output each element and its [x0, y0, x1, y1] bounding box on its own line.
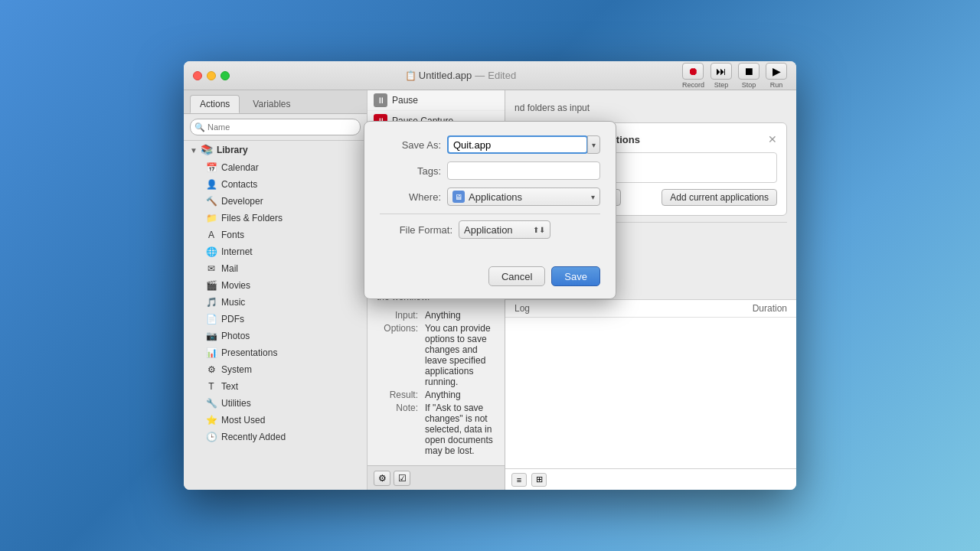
save-dialog: Save As: ▾ Tags: Where: 🖥 Applications ▾ [364, 121, 616, 299]
dialog-buttons: Cancel Save [364, 260, 616, 298]
dialog-content: Save As: ▾ Tags: Where: 🖥 Applications ▾ [364, 122, 616, 260]
step-icon: ⏭ [710, 63, 732, 80]
tags-row: Tags: [380, 161, 600, 180]
run-icon: ▶ [766, 63, 787, 80]
run-button[interactable]: ▶ Run [766, 63, 787, 89]
stop-button[interactable]: ⏹ Stop [738, 63, 760, 89]
tags-input[interactable] [447, 161, 600, 180]
record-button[interactable]: ⏺ Record [682, 63, 704, 89]
dialog-overlay: Save As: ▾ Tags: Where: 🖥 Applications ▾ [184, 90, 796, 490]
run-label: Run [770, 81, 783, 89]
where-chevron-icon: ▾ [591, 193, 595, 201]
save-as-label: Save As: [380, 139, 441, 151]
app-icon: 📋 [405, 70, 416, 81]
format-label: File Format: [380, 224, 452, 236]
step-button[interactable]: ⏭ Step [710, 63, 732, 89]
where-text: Applications [469, 191, 591, 203]
format-select[interactable]: Application ⬆⬇ [459, 220, 550, 239]
format-row: File Format: Application ⬆⬇ [380, 220, 600, 239]
dialog-divider [380, 214, 600, 214]
edited-label: — [475, 70, 485, 81]
step-label: Step [714, 81, 729, 89]
where-label: Where: [380, 191, 441, 203]
tags-label: Tags: [380, 165, 441, 177]
window-title: Untitled.app [419, 70, 472, 81]
cancel-button[interactable]: Cancel [488, 266, 545, 286]
title-bar-center: 📋 Untitled.app — Edited [239, 70, 682, 81]
save-as-row: Save As: ▾ [380, 135, 600, 154]
minimize-button[interactable] [207, 71, 216, 80]
where-icon: 🖥 [452, 191, 465, 203]
where-select[interactable]: 🖥 Applications ▾ [447, 187, 600, 206]
record-icon: ⏺ [682, 63, 704, 80]
save-as-chevron[interactable]: ▾ [587, 135, 600, 154]
format-value: Application [464, 224, 513, 236]
main-window: 📋 Untitled.app — Edited ⏺ Record ⏭ Step … [184, 61, 796, 490]
edited-text: Edited [488, 70, 516, 81]
traffic-lights [193, 71, 230, 80]
toolbar-right: ⏺ Record ⏭ Step ⏹ Stop ▶ Run [682, 63, 787, 89]
save-as-input[interactable] [447, 135, 588, 154]
where-row: Where: 🖥 Applications ▾ [380, 187, 600, 206]
title-bar: 📋 Untitled.app — Edited ⏺ Record ⏭ Step … [184, 61, 796, 90]
save-button[interactable]: Save [551, 266, 600, 286]
format-arrow-icon: ⬆⬇ [533, 226, 545, 234]
fullscreen-button[interactable] [220, 71, 230, 80]
record-label: Record [682, 81, 704, 89]
stop-label: Stop [742, 81, 756, 89]
close-button[interactable] [193, 71, 202, 80]
stop-icon: ⏹ [738, 63, 760, 80]
